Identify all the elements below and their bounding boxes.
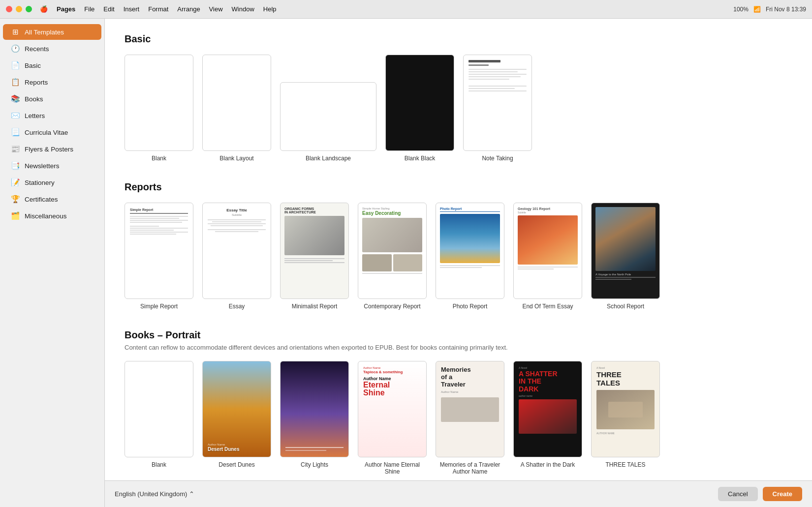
template-school-report[interactable]: A Voyage to the North Pole School Report xyxy=(591,203,660,310)
sidebar-label-flyers: Flyers & Posters xyxy=(25,146,73,153)
template-desert-dunes-label: Desert Dunes xyxy=(219,461,254,468)
create-button[interactable]: Create xyxy=(763,487,802,501)
template-photo-report[interactable]: Photo Report Photo Report xyxy=(436,203,504,310)
status-bar-right: 100% 📶 Fri Nov 8 13:39 xyxy=(733,6,806,13)
battery-status: 100% xyxy=(733,6,749,13)
notepad-icon: 📝 xyxy=(11,178,20,187)
zoom-button[interactable] xyxy=(26,6,32,12)
sidebar-item-recents[interactable]: 🕐 Recents xyxy=(3,41,101,57)
sidebar-label-basic: Basic xyxy=(25,62,41,69)
wifi-icon: 📶 xyxy=(753,6,761,13)
menu-insert[interactable]: Insert xyxy=(124,5,140,13)
titlebar: 🍎 Pages File Edit Insert Format Arrange … xyxy=(0,0,812,19)
template-blank-black[interactable]: Blank Black xyxy=(385,55,454,162)
sidebar-item-books[interactable]: 📚 Books xyxy=(3,91,101,107)
traffic-lights xyxy=(6,6,32,12)
sidebar-item-basic[interactable]: 📄 Basic xyxy=(3,58,101,73)
template-author-shine[interactable]: Author Name Tapioca & something Author N… xyxy=(358,361,427,475)
template-note-taking-label: Note Taking xyxy=(482,155,513,162)
sidebar-label-letters: Letters xyxy=(25,112,45,119)
template-contemporary-report[interactable]: Simple Home Styling Easy Decorating Cont… xyxy=(358,203,427,310)
books-templates-grid: Blank Author Name Desert Dunes Desert Du… xyxy=(125,361,792,475)
sidebar: ⊞ All Templates 🕐 Recents 📄 Basic 📋 Repo… xyxy=(0,19,105,507)
books-section-title: Books – Portrait xyxy=(125,329,792,341)
reports-templates-grid: Simple Report Simple Report xyxy=(125,203,792,310)
template-blank-landscape-label: Blank Landscape xyxy=(306,155,351,162)
template-blank-layout-label: Blank Layout xyxy=(219,155,253,162)
template-gallery: Basic Blank Blank Layout Blank Landscape xyxy=(105,19,812,480)
template-end-of-term-essay[interactable]: Geology 101 Report Subtitle End Of Term … xyxy=(513,203,582,310)
template-city-lights[interactable]: City Lights xyxy=(280,361,349,475)
template-author-shine-label: Author Name Eternal Shine xyxy=(358,461,427,475)
template-three-tales[interactable]: A Novel THREETALES AUTHOR NAME THREE TAL… xyxy=(591,361,660,475)
sidebar-item-flyers-posters[interactable]: 📰 Flyers & Posters xyxy=(3,141,101,157)
template-three-tales-label: THREE TALES xyxy=(606,461,646,468)
menu-window[interactable]: Window xyxy=(232,5,254,13)
menu-bar: 🍎 Pages File Edit Insert Format Arrange … xyxy=(40,5,277,13)
template-desert-dunes[interactable]: Author Name Desert Dunes Desert Dunes xyxy=(202,361,271,475)
template-blank[interactable]: Blank xyxy=(125,55,193,162)
template-blank-landscape[interactable]: Blank Landscape xyxy=(280,55,376,162)
sidebar-item-curricula-vitae[interactable]: 📃 Curricula Vitae xyxy=(3,124,101,140)
sidebar-label-certificates: Certificates xyxy=(25,196,58,203)
menu-format[interactable]: Format xyxy=(148,5,168,13)
close-button[interactable] xyxy=(6,6,12,12)
template-minimalist-report[interactable]: ORGANIC FORMSIN ARCHITECTURE Minimalist … xyxy=(280,203,349,310)
menu-help[interactable]: Help xyxy=(263,5,277,13)
sidebar-label-cv: Curricula Vitae xyxy=(25,129,68,136)
sidebar-label-books: Books xyxy=(25,95,43,103)
menu-view[interactable]: View xyxy=(209,5,223,13)
template-minimalist-report-label: Minimalist Report xyxy=(292,303,338,310)
template-shatter-dark-label: A Shatter in the Dark xyxy=(521,461,575,468)
template-memories-traveler[interactable]: Memoriesof aTraveler Author Name Memorie… xyxy=(436,361,504,475)
bottom-buttons: Cancel Create xyxy=(718,487,802,501)
sidebar-label-recents: Recents xyxy=(25,45,49,53)
envelope-icon: ✉️ xyxy=(11,111,20,120)
sidebar-item-certificates[interactable]: 🏆 Certificates xyxy=(3,191,101,207)
sidebar-item-reports[interactable]: 📋 Reports xyxy=(3,74,101,90)
template-simple-report-label: Simple Report xyxy=(140,303,178,310)
template-note-taking[interactable]: Note Taking xyxy=(463,55,532,162)
template-shatter-dark[interactable]: A Novel A SHATTERIN THEDARK author name … xyxy=(513,361,582,475)
template-end-of-term-essay-label: End Of Term Essay xyxy=(522,303,573,310)
template-book-blank[interactable]: Blank xyxy=(125,361,193,475)
language-selector[interactable]: English (United Kingdom) ⌃ xyxy=(115,490,194,498)
books-icon: 📚 xyxy=(11,94,20,103)
language-label: English (United Kingdom) xyxy=(115,490,187,498)
cv-icon: 📃 xyxy=(11,128,20,137)
menu-arrange[interactable]: Arrange xyxy=(177,5,200,13)
apple-menu[interactable]: 🍎 xyxy=(40,5,48,13)
cancel-button[interactable]: Cancel xyxy=(718,487,757,501)
template-essay[interactable]: Essay Title Subtitle Essay xyxy=(202,203,271,310)
menu-pages[interactable]: Pages xyxy=(57,5,75,13)
reports-section-title: Reports xyxy=(125,181,792,193)
template-book-blank-label: Blank xyxy=(152,461,166,468)
sidebar-item-all-templates[interactable]: ⊞ All Templates xyxy=(3,24,101,40)
sidebar-item-newsletters[interactable]: 📑 Newsletters xyxy=(3,158,101,174)
template-contemporary-report-label: Contemporary Report xyxy=(364,303,420,310)
clipboard-icon: 📋 xyxy=(11,78,20,87)
menu-file[interactable]: File xyxy=(84,5,94,13)
newsletter-icon: 📑 xyxy=(11,161,20,170)
template-essay-label: Essay xyxy=(229,303,245,310)
template-city-lights-label: City Lights xyxy=(301,461,328,468)
template-photo-report-label: Photo Report xyxy=(453,303,488,310)
menu-edit[interactable]: Edit xyxy=(103,5,114,13)
minimize-button[interactable] xyxy=(16,6,22,12)
sidebar-label-all-templates: All Templates xyxy=(25,29,64,36)
folder-icon: 🗂️ xyxy=(11,211,20,220)
template-simple-report[interactable]: Simple Report Simple Report xyxy=(125,203,193,310)
template-blank-layout[interactable]: Blank Layout xyxy=(202,55,271,162)
sidebar-item-miscellaneous[interactable]: 🗂️ Miscellaneous xyxy=(3,208,101,224)
basic-templates-grid: Blank Blank Layout Blank Landscape Blank… xyxy=(125,55,792,162)
newspaper-icon: 📰 xyxy=(11,145,20,153)
clock-icon: 🕐 xyxy=(11,44,20,53)
template-school-report-label: School Report xyxy=(607,303,644,310)
template-memories-traveler-label: Memories of a Traveler Author Name xyxy=(436,461,504,475)
bottom-bar: English (United Kingdom) ⌃ Cancel Create xyxy=(105,480,812,507)
grid-icon: ⊞ xyxy=(11,28,20,36)
sidebar-label-misc: Miscellaneous xyxy=(25,212,67,220)
sidebar-item-stationery[interactable]: 📝 Stationery xyxy=(3,175,101,190)
app-body: ⊞ All Templates 🕐 Recents 📄 Basic 📋 Repo… xyxy=(0,19,812,507)
sidebar-item-letters[interactable]: ✉️ Letters xyxy=(3,108,101,123)
